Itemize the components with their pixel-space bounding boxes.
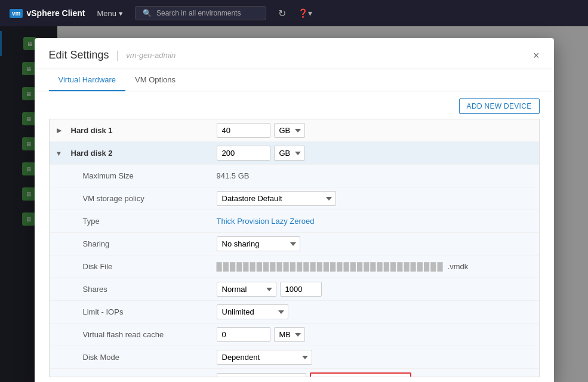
virtual-device-node-group: SCSI controller 0 SCSI(0:1) Hard disk 2: [217, 372, 411, 378]
menu-label: Menu: [97, 9, 116, 18]
help-icon[interactable]: ❓▾: [298, 8, 312, 18]
refresh-icon[interactable]: ↻: [278, 8, 286, 19]
type-value: Thick Provision Lazy Zeroed: [212, 214, 539, 228]
vm-storage-policy-select[interactable]: Datastore Default: [217, 191, 336, 206]
dialog-subtitle: vm-gen-admin: [126, 51, 176, 60]
disk-mode-select[interactable]: Dependent Independent - Persistent Indep…: [217, 350, 312, 365]
limit-iops-label: Limit - IOPs: [69, 303, 212, 321]
add-new-device-button[interactable]: ADD NEW DEVICE: [459, 98, 540, 114]
virtual-flash-label: Virtual flash read cache: [69, 325, 212, 344]
vm-storage-policy-label: VM storage policy: [69, 189, 212, 208]
virtual-flash-value: MB GB: [212, 325, 539, 344]
dialog-tabs: Virtual Hardware VM Options: [35, 69, 554, 91]
virtual-device-node-value: SCSI controller 0 SCSI(0:1) Hard disk 2: [212, 370, 539, 378]
sharing-select[interactable]: No sharing: [217, 236, 300, 251]
hard-disk-1-value: GB MB TB: [212, 121, 539, 140]
type-label: Type: [69, 212, 212, 230]
dialog-title-group: Edit Settings | vm-gen-admin: [49, 49, 176, 61]
disk-file-value: ██████████████████████████████████ .vmdk: [212, 260, 539, 273]
main-content: 🖥 🖥 🖥 🖥 🖥 🖥 🖥 🖥 Edit Setti: [0, 26, 588, 382]
hard-disk-2-row: ▼ Hard disk 2 GB MB TB: [50, 142, 539, 165]
vdn-controller-select[interactable]: SCSI controller 0: [217, 373, 306, 378]
toolbar: ADD NEW DEVICE: [49, 98, 540, 114]
maximum-size-text: 941.5 GB: [217, 171, 250, 180]
vdn-disk-select[interactable]: SCSI(0:1) Hard disk 2: [310, 372, 411, 378]
tab-vm-options[interactable]: VM Options: [125, 69, 185, 91]
shares-dropdown[interactable]: Normal Low High Custom: [217, 282, 276, 297]
vm-logo-badge: vm: [10, 9, 23, 18]
search-bar[interactable]: 🔍 Search in all environments: [135, 6, 266, 20]
dialog-overlay: Edit Settings | vm-gen-admin × Virtual H…: [0, 26, 588, 382]
disk-file-row: Disk File ██████████████████████████████…: [50, 255, 539, 278]
dialog-title-text: Edit Settings: [49, 49, 109, 61]
sharing-row: Sharing No sharing: [50, 233, 539, 255]
virtual-flash-input[interactable]: [217, 327, 270, 342]
type-row: Type Thick Provision Lazy Zeroed: [50, 210, 539, 233]
dialog-header: Edit Settings | vm-gen-admin ×: [35, 38, 554, 69]
hard-disk-2-unit-select[interactable]: GB MB TB: [274, 146, 305, 161]
app-name: vSphere Client: [26, 8, 85, 18]
disk-mode-value: Dependent Independent - Persistent Indep…: [212, 347, 539, 367]
menu-chevron-icon: ▾: [119, 9, 123, 18]
vm-storage-policy-row: VM storage policy Datastore Default: [50, 187, 539, 210]
shares-label: Shares: [69, 280, 212, 298]
shares-number-input[interactable]: [280, 282, 322, 297]
hard-disk-1-expand-icon[interactable]: ▶: [50, 127, 69, 134]
virtual-flash-row: Virtual flash read cache MB GB: [50, 324, 539, 346]
disk-file-label: Disk File: [69, 257, 212, 276]
disk-file-path-blurred: ██████████████████████████████████: [217, 262, 444, 271]
virtual-device-node-row: Virtual Device Node SCSI controller 0 SC…: [50, 369, 539, 377]
topbar: vm vSphere Client Menu ▾ 🔍 Search in all…: [0, 0, 588, 26]
shares-value: Normal Low High Custom: [212, 279, 539, 299]
disk-mode-row: Disk Mode Dependent Independent - Persis…: [50, 346, 539, 369]
search-placeholder-text: Search in all environments: [156, 9, 241, 17]
virtual-flash-unit-select[interactable]: MB GB: [274, 327, 305, 342]
maximum-size-row: Maximum Size 941.5 GB: [50, 165, 539, 187]
shares-row: Shares Normal Low High Custom: [50, 278, 539, 301]
edit-settings-dialog: Edit Settings | vm-gen-admin × Virtual H…: [35, 38, 554, 382]
hard-disk-1-size-input[interactable]: [217, 123, 270, 138]
hard-disk-1-label: Hard disk 1: [69, 121, 212, 140]
virtual-device-node-label: Virtual Device Node: [69, 371, 212, 377]
hard-disk-2-size-input[interactable]: [217, 146, 270, 161]
search-icon: 🔍: [143, 9, 152, 17]
limit-iops-value: Unlimited: [212, 302, 539, 322]
tab-virtual-hardware[interactable]: Virtual Hardware: [49, 69, 126, 91]
type-text: Thick Provision Lazy Zeroed: [217, 217, 315, 226]
sharing-label: Sharing: [69, 235, 212, 253]
hard-disk-2-value: GB MB TB: [212, 143, 539, 163]
vm-storage-policy-value: Datastore Default: [212, 189, 539, 208]
dialog-close-button[interactable]: ×: [533, 50, 540, 61]
dialog-body: ADD NEW DEVICE ▶ Hard disk 1 GB MB: [35, 91, 554, 382]
sharing-value: No sharing: [212, 234, 539, 254]
hard-disk-1-unit-select[interactable]: GB MB TB: [274, 123, 305, 138]
app-logo: vm vSphere Client: [10, 8, 85, 18]
hard-disk-1-row: ▶ Hard disk 1 GB MB TB: [50, 119, 539, 142]
maximum-size-label: Maximum Size: [69, 167, 212, 185]
hard-disk-2-label: Hard disk 2: [69, 144, 212, 162]
shares-group: Normal Low High Custom: [217, 282, 322, 297]
hard-disk-2-expand-icon[interactable]: ▼: [50, 150, 69, 157]
disk-file-ext: .vmdk: [448, 262, 469, 271]
disk-mode-label: Disk Mode: [69, 348, 212, 366]
settings-container: ▶ Hard disk 1 GB MB TB: [49, 119, 540, 377]
limit-iops-select[interactable]: Unlimited: [217, 304, 288, 319]
limit-iops-row: Limit - IOPs Unlimited: [50, 301, 539, 324]
menu-button[interactable]: Menu ▾: [97, 9, 123, 18]
maximum-size-value: 941.5 GB: [212, 169, 539, 183]
